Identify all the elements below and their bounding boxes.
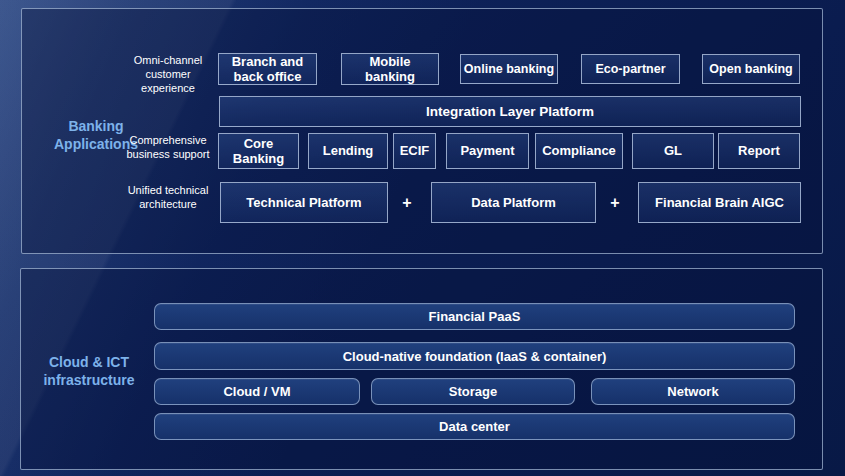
- box-cloud-native-foundation: Cloud-native foundation (IaaS & containe…: [154, 342, 795, 370]
- box-lending: Lending: [308, 133, 388, 169]
- row-label-technical-architecture: Unified technical architecture: [112, 184, 224, 212]
- box-eco-partner: Eco-partner: [581, 54, 680, 84]
- box-payment: Payment: [446, 133, 529, 169]
- box-financial-paas: Financial PaaS: [154, 303, 795, 330]
- box-gl: GL: [632, 133, 714, 169]
- box-online-banking: Online banking: [460, 54, 558, 84]
- box-financial-brain-aigc: Financial Brain AIGC: [638, 182, 801, 223]
- plus-separator-1: +: [394, 182, 420, 223]
- box-cloud-vm: Cloud / VM: [154, 378, 360, 405]
- box-mobile-banking: Mobile banking: [341, 53, 439, 85]
- box-network: Network: [591, 378, 795, 405]
- box-open-banking: Open banking: [702, 54, 800, 84]
- box-ecif: ECIF: [393, 133, 436, 169]
- row-label-omni-channel: Omni-channel customer experience: [120, 54, 216, 95]
- box-technical-platform: Technical Platform: [220, 182, 388, 223]
- plus-separator-2: +: [602, 182, 628, 223]
- row-label-business-support: Comprehensive business support: [112, 134, 224, 162]
- box-data-center: Data center: [154, 413, 795, 440]
- box-core-banking: Core Banking: [218, 133, 299, 169]
- box-branch-back-office: Branch and back office: [218, 53, 317, 85]
- architecture-diagram: Banking Applications Omni-channel custom…: [0, 0, 845, 476]
- box-compliance: Compliance: [535, 133, 623, 169]
- box-storage: Storage: [371, 378, 575, 405]
- cloud-ict-panel: Cloud & ICT infrastructure Financial Paa…: [20, 268, 823, 470]
- banking-applications-panel: Banking Applications Omni-channel custom…: [21, 8, 823, 254]
- box-report: Report: [718, 133, 800, 169]
- cloud-ict-title: Cloud & ICT infrastructure: [39, 353, 139, 389]
- box-data-platform: Data Platform: [431, 182, 596, 223]
- box-integration-layer-platform: Integration Layer Platform: [219, 96, 801, 127]
